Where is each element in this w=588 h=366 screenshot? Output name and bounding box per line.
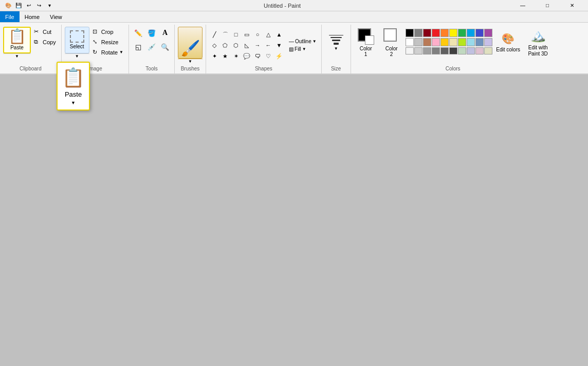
color-extra-10[interactable] <box>484 47 492 54</box>
color-brown[interactable] <box>423 38 431 46</box>
pencil-button[interactable]: ✏️ <box>132 27 144 39</box>
brushes-button[interactable]: 🖌️ <box>178 27 203 59</box>
shape-triangle[interactable]: △ <box>263 29 273 40</box>
color-extra-2[interactable] <box>414 47 422 54</box>
color-black[interactable] <box>406 29 414 37</box>
shape-heart[interactable]: ♡ <box>263 51 273 61</box>
shape-ellipse[interactable]: ○ <box>252 29 263 40</box>
shape-right-triangle[interactable]: ◺ <box>242 40 252 50</box>
select-dropdown[interactable]: ▼ <box>65 53 89 59</box>
outline-dropdown[interactable]: ▼ <box>313 39 317 44</box>
color-extra-1[interactable] <box>406 47 414 54</box>
edit-colors-button[interactable]: 🎨 Edit colors <box>494 27 522 59</box>
shape-line[interactable]: ╱ <box>209 29 219 40</box>
quick-access-redo[interactable]: ↪ <box>35 2 43 10</box>
shape-rect[interactable]: □ <box>231 29 241 40</box>
fill-button[interactable]: ▧ Fill ▼ <box>287 46 318 52</box>
copy-button[interactable]: ⧉ Copy <box>32 37 58 47</box>
quick-access-dropdown[interactable]: ▾ <box>45 2 53 10</box>
tools-section: ✏️ 🪣 A ◱ 💉 🔍 Tools <box>129 25 175 74</box>
color-yellow[interactable] <box>449 29 457 37</box>
fill-dropdown[interactable]: ▼ <box>302 47 306 51</box>
text-button[interactable]: A <box>159 27 171 39</box>
color-white[interactable] <box>406 38 414 46</box>
color-skyblue[interactable] <box>467 38 475 46</box>
shape-roundrect[interactable]: ▭ <box>242 29 252 40</box>
shape-curve[interactable]: ⌒ <box>220 29 230 40</box>
color-gray[interactable] <box>414 29 422 37</box>
select-button[interactable]: Select <box>65 27 89 53</box>
color-darkred[interactable] <box>423 29 431 37</box>
crop-icon: ⊡ <box>93 28 100 35</box>
color-steelblue[interactable] <box>475 38 484 46</box>
shape-diamond[interactable]: ◇ <box>209 40 219 50</box>
color-green[interactable] <box>458 29 466 37</box>
outline-button[interactable]: — Outline ▼ <box>287 38 318 45</box>
shape-star5[interactable]: ★ <box>220 51 230 61</box>
shape-callout2[interactable]: 🗨 <box>252 51 263 61</box>
cut-button[interactable]: ✂ Cut <box>32 27 58 36</box>
color-lightgray[interactable] <box>414 38 422 46</box>
paste-button[interactable]: 📋 Paste <box>3 27 31 53</box>
eraser-button[interactable]: ◱ <box>132 41 144 53</box>
color-indigo[interactable] <box>475 29 484 37</box>
rotate-dropdown-arrow: ▼ <box>119 50 123 54</box>
crop-button[interactable]: ⊡ Crop <box>90 27 125 36</box>
minimize-button[interactable]: — <box>511 0 535 11</box>
color-lavender[interactable] <box>484 38 492 46</box>
color-extra-6[interactable] <box>449 47 457 54</box>
shape-more[interactable]: ▲ <box>274 29 284 40</box>
color1-button[interactable]: Color1 <box>354 27 378 59</box>
close-button[interactable]: ✕ <box>560 0 584 11</box>
color2-label: Color2 <box>385 46 398 57</box>
tools-content: ✏️ 🪣 A ◱ 💉 🔍 <box>131 25 172 65</box>
color-orange[interactable] <box>440 29 449 37</box>
color-extra-3[interactable] <box>423 47 431 54</box>
shape-hexagon[interactable]: ⬡ <box>231 40 241 50</box>
color-gold[interactable] <box>440 38 449 46</box>
color2-button[interactable]: Color2 <box>380 27 403 59</box>
canvas-area[interactable] <box>0 75 588 366</box>
color-purple[interactable] <box>484 29 492 37</box>
color-cream[interactable] <box>449 38 457 46</box>
color-extra-9[interactable] <box>475 47 484 54</box>
color-pink[interactable] <box>432 38 440 46</box>
maximize-button[interactable]: □ <box>536 0 559 11</box>
shape-star6[interactable]: ✶ <box>231 51 241 61</box>
menu-view[interactable]: View <box>45 11 67 22</box>
shape-lightning[interactable]: ⚡ <box>274 51 284 61</box>
color-palette <box>406 27 492 54</box>
brushes-dropdown[interactable]: ▼ <box>178 59 203 64</box>
color-extra-5[interactable] <box>440 47 449 54</box>
color-red[interactable] <box>432 29 440 37</box>
color-extra-7[interactable] <box>458 47 466 54</box>
rotate-button[interactable]: ↻ Rotate ▼ <box>90 47 125 57</box>
quick-access-save[interactable]: 💾 <box>14 2 23 10</box>
shape-down[interactable]: ▼ <box>274 40 284 50</box>
size-section: ▼ Size <box>322 25 351 74</box>
shape-arrow-left[interactable]: ← <box>263 40 273 50</box>
fill-button[interactable]: 🪣 <box>145 27 158 39</box>
shape-callout1[interactable]: 💬 <box>242 51 252 61</box>
shapes-row2: ◇ ⬠ ⬡ ◺ → ← ▼ <box>209 40 284 50</box>
color-extra-8[interactable] <box>467 47 475 54</box>
edit-paint3d-label: Edit with Paint 3D <box>524 45 552 57</box>
magnifier-button[interactable]: 🔍 <box>159 41 171 53</box>
menu-home[interactable]: Home <box>20 11 45 22</box>
shape-pentagon[interactable]: ⬠ <box>220 40 230 50</box>
edit-paint3d-button[interactable]: 🏔️ Edit with Paint 3D <box>524 27 552 59</box>
resize-button[interactable]: ⤡ Resize <box>90 37 125 47</box>
tooltip-paste-icon: 📋 <box>62 67 85 88</box>
shape-arrow-right[interactable]: → <box>252 40 263 50</box>
menu-file[interactable]: File <box>0 11 20 22</box>
shape-star4[interactable]: ✦ <box>209 51 219 61</box>
clipboard-section: 📋 Paste ▼ ✂ Cut ⧉ Copy Clipboard <box>0 25 62 74</box>
color-extra-4[interactable] <box>432 47 440 54</box>
paste-dropdown[interactable]: ▼ <box>3 53 31 59</box>
paste-label: Paste <box>10 45 24 51</box>
quick-access-undo[interactable]: ↩ <box>25 2 33 10</box>
colorpicker-button[interactable]: 💉 <box>145 41 158 53</box>
size-button[interactable]: ▼ <box>325 27 347 59</box>
color-blue[interactable] <box>467 29 475 37</box>
color-lime[interactable] <box>458 38 466 46</box>
